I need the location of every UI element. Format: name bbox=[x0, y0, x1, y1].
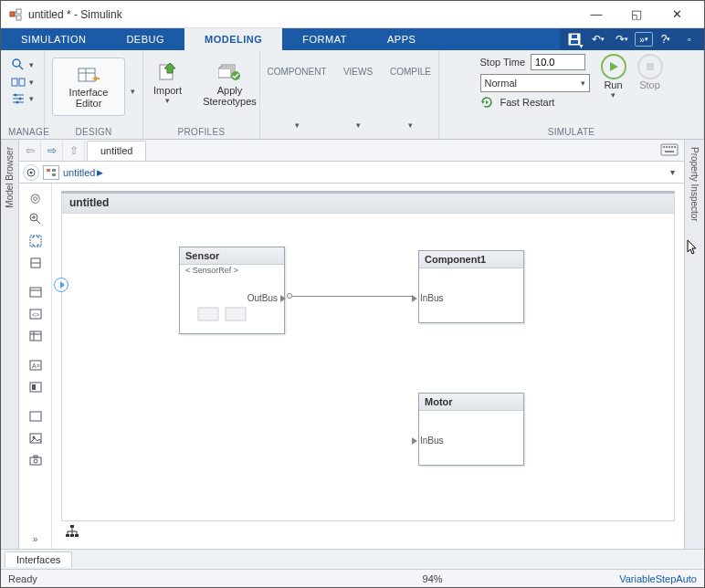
status-zoom: 94% bbox=[246, 573, 619, 584]
stop-time-label: Stop Time bbox=[480, 57, 526, 68]
image-icon[interactable] bbox=[25, 428, 47, 448]
group-design-label: DESIGN bbox=[52, 125, 135, 139]
svg-rect-30 bbox=[666, 146, 668, 148]
minimize-button[interactable]: ― bbox=[576, 1, 616, 27]
status-solver[interactable]: VariableStepAuto bbox=[619, 573, 697, 584]
wire-sensor-component1[interactable] bbox=[289, 296, 413, 297]
area-icon[interactable] bbox=[25, 406, 47, 426]
find-button[interactable]: ▾ bbox=[11, 58, 34, 72]
table-icon[interactable] bbox=[25, 326, 47, 346]
viewmark-icon[interactable] bbox=[25, 377, 47, 397]
svg-rect-32 bbox=[671, 146, 673, 148]
simulation-mode-select[interactable]: Normal▾ bbox=[480, 74, 590, 92]
svg-point-63 bbox=[34, 459, 37, 463]
tab-modeling[interactable]: MODELING bbox=[184, 28, 282, 50]
compare-button[interactable]: ▾ bbox=[11, 76, 34, 89]
svg-rect-12 bbox=[19, 79, 25, 86]
svg-rect-7 bbox=[571, 40, 578, 44]
svg-rect-61 bbox=[30, 457, 41, 465]
svg-rect-2 bbox=[16, 16, 21, 20]
interfaces-tab[interactable]: Interfaces bbox=[5, 551, 72, 567]
port-in-icon[interactable] bbox=[412, 437, 417, 445]
annotation-icon[interactable]: A≡ bbox=[25, 355, 47, 375]
stop-time-input[interactable] bbox=[531, 54, 585, 70]
path-dropdown[interactable]: ▾ bbox=[665, 167, 680, 177]
run-button[interactable]: Run▾ bbox=[601, 54, 626, 100]
svg-point-16 bbox=[19, 98, 22, 100]
nav-bar: ⇦ ⇨ ⇧ untitled bbox=[19, 140, 684, 162]
stop-button[interactable]: Stop bbox=[637, 54, 663, 90]
svg-rect-27 bbox=[647, 63, 654, 70]
svg-rect-8 bbox=[572, 35, 577, 38]
breadcrumb[interactable]: untitled ▶ bbox=[63, 167, 103, 178]
window-icon[interactable] bbox=[25, 282, 47, 302]
sensor-out-port-label: OutBus bbox=[247, 293, 278, 303]
tab-apps[interactable]: APPS bbox=[367, 28, 436, 50]
svg-line-41 bbox=[37, 220, 40, 224]
block-sensor-ref: < SensorRef > bbox=[180, 265, 284, 276]
svg-rect-1 bbox=[16, 9, 21, 14]
component-dropdown[interactable]: COMPONENT bbox=[268, 58, 327, 77]
settings-icon[interactable]: ◦ bbox=[679, 30, 700, 48]
app-icon bbox=[8, 7, 23, 22]
block-component1[interactable]: Component1 InBus bbox=[418, 250, 524, 323]
quick-access-toolbar: ▼ ↶▾ ↷▾ »▾ ?▾ ◦ bbox=[560, 28, 704, 50]
maximize-button[interactable]: ◱ bbox=[616, 1, 657, 27]
svg-rect-62 bbox=[34, 456, 37, 457]
zoom-target-icon[interactable]: ◎ bbox=[25, 187, 47, 207]
close-button[interactable]: ✕ bbox=[657, 1, 697, 27]
apply-stereotypes-button[interactable]: Apply Stereotypes bbox=[199, 58, 261, 107]
nav-forward-button[interactable]: ⇨ bbox=[41, 141, 63, 161]
tab-format[interactable]: FORMAT bbox=[282, 28, 367, 50]
canvas-title: untitled bbox=[62, 194, 674, 214]
model-hierarchy-icon[interactable] bbox=[43, 165, 59, 180]
svg-point-14 bbox=[15, 94, 17, 97]
interface-editor-button[interactable]: Interface Editor bbox=[52, 58, 125, 116]
svg-rect-29 bbox=[663, 146, 665, 148]
save-icon[interactable]: ▼ bbox=[563, 30, 585, 48]
screenshot-icon[interactable] bbox=[25, 450, 47, 470]
block-motor[interactable]: Motor InBus bbox=[418, 393, 524, 466]
path-bar: untitled ▶ ▾ bbox=[19, 162, 684, 184]
views-dropdown[interactable]: VIEWS bbox=[343, 58, 373, 77]
model-browser-panel[interactable]: Model Browser bbox=[1, 140, 19, 549]
svg-rect-34 bbox=[665, 151, 674, 152]
svg-rect-58 bbox=[30, 412, 41, 421]
fit-selection-icon[interactable] bbox=[25, 253, 47, 273]
zoom-in-icon[interactable] bbox=[25, 209, 47, 229]
svg-rect-31 bbox=[668, 146, 670, 148]
redo-icon[interactable]: ↷▾ bbox=[611, 30, 633, 48]
block-motor-title: Motor bbox=[419, 394, 523, 411]
window-title: untitled * - Simulink bbox=[28, 8, 576, 21]
canvas[interactable]: untitled Sensor < SensorRef > OutBus bbox=[61, 191, 675, 521]
fastforward-icon[interactable]: »▾ bbox=[635, 32, 653, 47]
input-marker-icon[interactable] bbox=[54, 278, 68, 292]
tab-debug[interactable]: DEBUG bbox=[106, 28, 184, 50]
help-icon[interactable]: ?▾ bbox=[655, 30, 677, 48]
interface-editor-icon bbox=[77, 65, 100, 85]
nav-back-button[interactable]: ⇦ bbox=[19, 141, 41, 161]
nav-up-button[interactable]: ⇧ bbox=[63, 141, 85, 161]
keyboard-icon[interactable] bbox=[660, 143, 679, 156]
hierarchy-icon[interactable] bbox=[65, 524, 79, 539]
motor-in-port-label: InBus bbox=[420, 436, 444, 446]
fast-restart-toggle[interactable]: Fast Restart bbox=[480, 96, 590, 109]
svg-point-18 bbox=[16, 101, 19, 104]
title-bar: untitled * - Simulink ― ◱ ✕ bbox=[1, 1, 704, 28]
code-icon[interactable]: <> bbox=[25, 304, 47, 324]
model-tab[interactable]: untitled bbox=[87, 141, 146, 161]
fit-view-icon[interactable] bbox=[25, 231, 47, 251]
block-sensor[interactable]: Sensor < SensorRef > OutBus bbox=[179, 247, 285, 334]
undo-icon[interactable]: ↶▾ bbox=[587, 30, 609, 48]
tune-button[interactable]: ▾ bbox=[11, 92, 34, 105]
scope-icon[interactable] bbox=[23, 164, 39, 181]
import-button[interactable]: Import▾ bbox=[142, 58, 194, 105]
svg-rect-44 bbox=[30, 236, 41, 247]
status-bar: Ready 94% VariableStepAuto bbox=[1, 569, 704, 587]
chevrons-icon[interactable]: » bbox=[25, 529, 47, 549]
tab-simulation[interactable]: SIMULATION bbox=[1, 28, 106, 50]
port-out-icon[interactable] bbox=[280, 295, 286, 302]
ribbon: ▾ ▾ ▾ MANAGE Interface Editor ▾ DESIGN I… bbox=[1, 50, 704, 140]
property-inspector-panel[interactable]: Property Inspector bbox=[684, 140, 704, 549]
compile-dropdown[interactable]: COMPILE bbox=[390, 58, 431, 77]
